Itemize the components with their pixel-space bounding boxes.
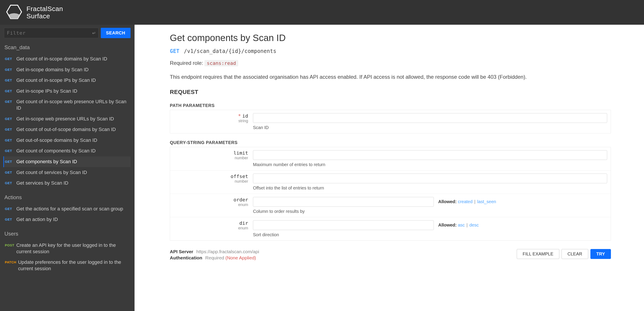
nav-item-method: GET <box>5 170 14 175</box>
param-name-col: direnum <box>174 220 253 237</box>
nav-item-method: GET <box>5 77 14 82</box>
nav-item-label: Get an action by ID <box>16 216 58 223</box>
request-footer-info: API Server https://app.fractalscan.com/a… <box>170 249 259 261</box>
page-title: Get components by Scan ID <box>170 33 611 43</box>
filter-input[interactable] <box>4 28 98 38</box>
brand-line-1: FractalScan <box>26 5 63 12</box>
param-description: Column to order results by <box>253 209 607 214</box>
search-button[interactable]: SEARCH <box>101 28 130 38</box>
nav-item[interactable]: GETGet components by Scan ID <box>3 156 130 167</box>
nav-item-label: Get count of in-scope web presence URLs … <box>16 98 129 111</box>
param-type: enum <box>174 202 248 207</box>
nav-item[interactable]: GETGet services by Scan ID <box>3 178 130 188</box>
allowed-separator: | <box>473 199 477 204</box>
param-input-offset[interactable] <box>253 174 607 183</box>
auth-label: Authentication <box>170 255 202 260</box>
nav-item[interactable]: GETGet count of in-scope IPs by Scan ID <box>3 75 130 86</box>
nav-item[interactable]: GETGet the actions for a specified scan … <box>3 204 130 214</box>
nav-item-label: Get in-scope IPs by Scan ID <box>16 88 77 94</box>
nav-item-label: Get the actions for a specified scan or … <box>16 206 123 212</box>
nav-item-method: GET <box>5 180 14 185</box>
nav-item-method: GET <box>5 158 14 164</box>
nav-item-method: GET <box>5 126 14 132</box>
try-button[interactable]: TRY <box>590 249 611 259</box>
param-type: number <box>174 156 248 160</box>
endpoint-description: This endpoint requires that the associat… <box>170 73 611 81</box>
param-input-id[interactable] <box>253 113 607 123</box>
brand-line-2: Surface <box>26 12 63 20</box>
nav-item-label: Get count of services by Scan ID <box>16 170 87 176</box>
allowed-value[interactable]: desc <box>469 222 478 228</box>
param-input-dir[interactable] <box>253 220 434 230</box>
nav-item-method: GET <box>5 98 14 104</box>
param-input-col: Scan ID <box>253 113 607 130</box>
nav-item-label: Get in-scope domains by Scan ID <box>16 66 89 73</box>
nav-item[interactable]: GETGet in-scope domains by Scan ID <box>3 64 130 75</box>
param-input-order[interactable] <box>253 197 434 207</box>
param-input-limit[interactable] <box>253 150 607 160</box>
api-server-value: https://app.fractalscan.com/api <box>196 249 259 254</box>
nav-item[interactable]: GETGet count of out-of-scope domains by … <box>3 124 130 135</box>
nav-item[interactable]: GETGet in-scope IPs by Scan ID <box>3 86 130 96</box>
param-input-col: Allowed: created|last_seenColumn to orde… <box>253 197 607 214</box>
nav-item-method: GET <box>5 137 14 142</box>
auth-none-applied: (None Applied) <box>226 255 256 260</box>
nav-item-label: Get out-of-scope domains by Scan ID <box>16 137 97 144</box>
nav-item-label: Get count of components by Scan ID <box>16 148 96 154</box>
path-params-heading: PATH PARAMETERS <box>170 103 611 108</box>
main-content: Get components by Scan ID GET /v1/scan_d… <box>134 25 644 311</box>
path-params-table: *idstringScan ID <box>170 110 611 134</box>
allowed-value[interactable]: asc <box>458 222 465 228</box>
nav-item[interactable]: GETGet out-of-scope domains by Scan ID <box>3 135 130 146</box>
fill-example-button[interactable]: FILL EXAMPLE <box>517 249 559 259</box>
http-method-badge: GET <box>170 48 179 54</box>
nav-item-label: Get services by Scan ID <box>16 180 68 186</box>
param-row: orderenumAllowed: created|last_seenColum… <box>170 194 611 217</box>
allowed-values: Allowed: asc|desc <box>438 222 478 228</box>
nav-item-label: Create an API key for the user logged in… <box>16 242 129 255</box>
param-type: enum <box>174 226 248 230</box>
nav-item[interactable]: GETGet count of components by Scan ID <box>3 146 130 156</box>
nav-item[interactable]: GETGet count of in-scope web presence UR… <box>3 96 130 113</box>
brand-hexagon-icon <box>5 3 23 22</box>
nav-item-method: PATCH <box>5 259 16 264</box>
nav-item-label: Update preferences for the user logged i… <box>18 259 129 272</box>
request-heading: REQUEST <box>170 89 611 96</box>
nav-item-label: Get count of in-scope domains by Scan ID <box>16 56 107 62</box>
nav-item[interactable]: GETGet count of services by Scan ID <box>3 167 130 178</box>
allowed-value[interactable]: last_seen <box>477 199 496 204</box>
param-description: Scan ID <box>253 125 607 130</box>
nav-item[interactable]: POSTCreate an API key for the user logge… <box>3 240 130 257</box>
allowed-values: Allowed: created|last_seen <box>438 199 496 204</box>
query-params-heading: QUERY-STRING PARAMETERS <box>170 140 611 145</box>
param-row: *idstringScan ID <box>170 110 611 133</box>
param-name-col: *idstring <box>174 113 253 130</box>
nav-item-method: POST <box>5 242 14 248</box>
allowed-value[interactable]: created <box>458 199 473 204</box>
nav-group-title: Scan_data <box>4 44 130 50</box>
nav-item[interactable]: GETGet an action by ID <box>3 214 130 225</box>
param-row: limitnumberMaximum number of entries to … <box>170 147 611 170</box>
sidebar: ↵ SEARCH Scan_dataGETGet count of in-sco… <box>0 25 134 311</box>
param-description: Sort direction <box>253 232 607 237</box>
required-role-line: Required role: scans:read <box>170 60 611 66</box>
param-name: limit <box>174 150 248 156</box>
api-server-label: API Server <box>170 249 193 254</box>
clear-button[interactable]: CLEAR <box>562 249 588 259</box>
param-type: string <box>174 119 248 123</box>
param-name-col: offsetnumber <box>174 174 253 190</box>
nav-item-method: GET <box>5 116 14 121</box>
param-name-col: limitnumber <box>174 150 253 167</box>
brand-block: FractalScan Surface <box>5 3 63 22</box>
brand-text: FractalScan Surface <box>26 5 63 20</box>
nav-group-title: Actions <box>4 194 130 200</box>
request-footer-buttons: FILL EXAMPLE CLEAR TRY <box>517 249 611 259</box>
nav-item[interactable]: PATCHUpdate preferences for the user log… <box>3 257 130 274</box>
required-star-icon: * <box>238 113 241 119</box>
endpoint-line: GET /v1/scan_data/{id}/components <box>170 48 611 54</box>
nav-item[interactable]: GETGet count of in-scope domains by Scan… <box>3 54 130 64</box>
nav-item-method: GET <box>5 88 14 93</box>
param-input-col: Offset into the list of entries to retur… <box>253 174 607 190</box>
allowed-separator: | <box>465 222 469 228</box>
nav-item[interactable]: GETGet in-scope web presence URLs by Sca… <box>3 114 130 124</box>
